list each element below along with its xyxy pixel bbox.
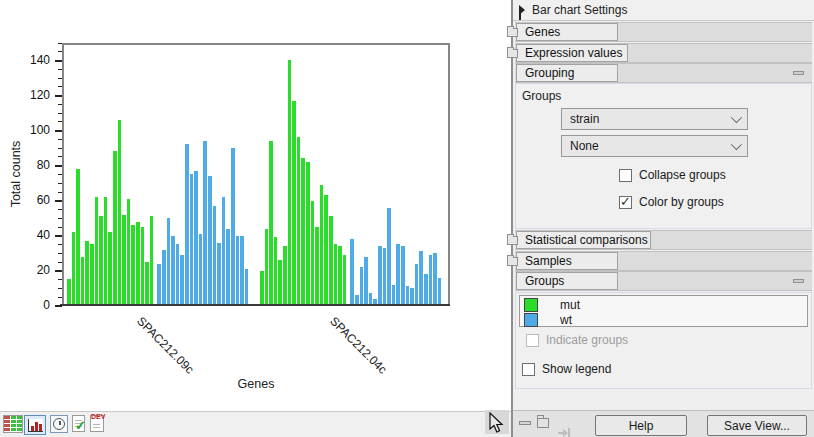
bar-wt xyxy=(387,208,391,304)
expand-section-icon[interactable] xyxy=(507,28,518,37)
bar-mut xyxy=(320,185,324,304)
color-by-groups-checkbox[interactable]: Color by groups xyxy=(619,195,724,209)
bar-wt xyxy=(217,243,221,304)
grouping-settings: Groups strain None Collapse groups Color… xyxy=(515,83,812,229)
help-button[interactable]: Help xyxy=(595,415,687,436)
y-axis-tick xyxy=(58,148,62,149)
checkbox-box[interactable] xyxy=(522,363,535,376)
bar-wt xyxy=(378,246,382,304)
expand-all-icon[interactable] xyxy=(537,418,549,428)
checkbox-box[interactable] xyxy=(619,169,632,182)
bar-wt xyxy=(240,236,244,304)
section-grouping-tab[interactable]: Grouping xyxy=(516,64,618,82)
collapse-section-icon[interactable] xyxy=(793,279,804,283)
mouse-cursor xyxy=(489,412,505,434)
chevron-down-icon xyxy=(731,112,742,123)
checkbox-label: Indicate groups xyxy=(546,333,628,347)
checkbox-label: Collapse groups xyxy=(639,168,726,182)
group-color-swatch[interactable] xyxy=(524,298,538,312)
section-label: Expression values xyxy=(525,46,622,60)
bar-wt xyxy=(392,285,396,304)
bar-mut xyxy=(67,279,71,304)
y-axis-tick xyxy=(58,183,62,184)
y-axis-tick xyxy=(58,218,62,219)
collapse-all-icon[interactable] xyxy=(519,421,531,425)
bar-mut xyxy=(343,255,347,304)
collapse-panel-icon[interactable] xyxy=(519,5,525,15)
section-label: Grouping xyxy=(525,66,574,80)
group-by-dropdown[interactable]: strain xyxy=(561,108,748,130)
bar-wt xyxy=(167,218,171,304)
bar-mut xyxy=(265,229,269,304)
bar-wt xyxy=(419,251,423,304)
bar-wt xyxy=(180,255,184,304)
y-axis-tick xyxy=(58,253,62,254)
show-legend-checkbox[interactable]: Show legend xyxy=(522,362,611,376)
section-statistical-tab[interactable]: Statistical comparisons xyxy=(516,231,651,249)
y-tick-label: 140 xyxy=(14,53,50,67)
bar-wt xyxy=(157,264,161,304)
y-axis-tick xyxy=(58,262,62,263)
bar-wt xyxy=(194,171,198,304)
bar-wt xyxy=(162,250,166,304)
bar-wt xyxy=(396,244,400,304)
bar-wt xyxy=(176,244,180,304)
dev-view-icon[interactable]: DEV xyxy=(90,415,104,432)
section-groups[interactable]: Groups xyxy=(515,271,812,291)
group-color-swatch[interactable] xyxy=(524,313,538,327)
collapse-section-icon[interactable] xyxy=(793,71,804,75)
section-genes-tab[interactable]: Genes xyxy=(516,23,618,41)
y-tick-label: 0 xyxy=(14,298,50,312)
y-axis-tick xyxy=(55,130,62,132)
expand-section-icon[interactable] xyxy=(507,236,518,245)
expand-section-icon[interactable] xyxy=(507,49,518,58)
secondary-group-dropdown[interactable]: None xyxy=(561,135,748,157)
section-samples-tab[interactable]: Samples xyxy=(516,252,618,270)
side-panel-title: Bar chart Settings xyxy=(532,3,627,17)
section-groups-tab[interactable]: Groups xyxy=(516,272,618,290)
save-view-button[interactable]: Save View... xyxy=(707,415,807,436)
section-genes[interactable]: Genes xyxy=(515,22,812,42)
y-axis-tick xyxy=(55,270,62,272)
x-axis-title: Genes xyxy=(62,377,450,391)
y-axis-tick xyxy=(58,192,62,193)
section-expression-tab[interactable]: Expression values xyxy=(516,44,628,62)
bar-mut xyxy=(136,222,140,304)
bar-mut xyxy=(76,169,80,304)
bar-wt xyxy=(383,248,387,304)
bar-mut xyxy=(315,227,319,304)
table-view-icon[interactable] xyxy=(3,415,23,433)
section-grouping[interactable]: Grouping xyxy=(515,63,812,83)
bar-mut xyxy=(269,141,273,304)
y-axis-tick xyxy=(58,279,62,280)
y-axis-tick xyxy=(58,227,62,228)
section-label: Groups xyxy=(525,274,564,288)
bar-mut xyxy=(113,151,117,304)
y-axis-tick xyxy=(58,297,62,298)
bar-chart: Total counts Genes 020406080100120140SPA… xyxy=(0,0,511,410)
history-view-icon[interactable] xyxy=(50,415,68,433)
bar-chart-view-icon[interactable] xyxy=(24,415,46,435)
bar-wt xyxy=(410,288,414,304)
y-axis-tick xyxy=(58,113,62,114)
section-expression-values[interactable]: Expression values xyxy=(515,43,812,63)
bar-mut xyxy=(131,225,135,304)
group-legend-row[interactable]: wt xyxy=(524,312,572,327)
y-axis-tick xyxy=(58,174,62,175)
element-info-view-icon[interactable]: ✓ xyxy=(72,415,85,432)
group-legend-row[interactable]: mut xyxy=(524,297,580,312)
bar-wt xyxy=(185,144,189,304)
collapse-groups-checkbox[interactable]: Collapse groups xyxy=(619,168,726,182)
chart-view: Total counts Genes 020406080100120140SPA… xyxy=(0,0,511,437)
y-tick-label: 20 xyxy=(14,263,50,277)
checkbox-box[interactable] xyxy=(619,196,632,209)
y-axis-tick xyxy=(58,51,62,52)
section-statistical-comparisons[interactable]: Statistical comparisons xyxy=(515,230,812,250)
indicate-groups-checkbox: Indicate groups xyxy=(526,333,628,347)
section-samples[interactable]: Samples xyxy=(515,251,812,271)
expand-section-icon[interactable] xyxy=(507,257,518,266)
dropdown-value: None xyxy=(570,139,599,153)
bar-wt xyxy=(364,257,368,304)
dev-badge: DEV xyxy=(91,413,105,420)
bar-mut xyxy=(301,158,305,304)
